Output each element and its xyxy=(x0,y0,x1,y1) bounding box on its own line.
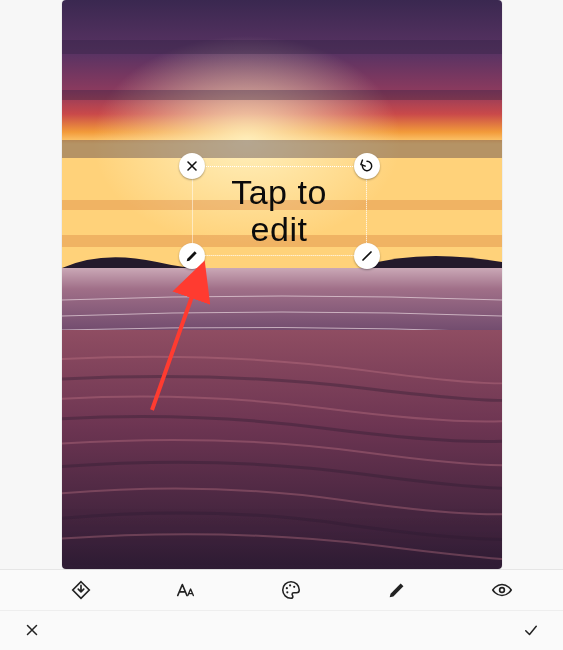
confirm-toolbar xyxy=(0,610,563,650)
font-size-button[interactable] xyxy=(164,574,208,606)
svg-point-11 xyxy=(289,584,291,586)
edit-text-button[interactable] xyxy=(375,574,419,606)
text-overlay[interactable]: Tap to edit xyxy=(192,166,367,256)
pencil-icon xyxy=(386,579,408,601)
svg-point-12 xyxy=(294,586,296,588)
fill-download-icon xyxy=(70,579,92,601)
confirm-button[interactable] xyxy=(509,614,553,646)
eye-icon xyxy=(491,579,513,601)
close-icon xyxy=(184,158,200,174)
svg-rect-4 xyxy=(62,140,502,158)
palette-icon xyxy=(280,579,302,601)
pencil-icon xyxy=(184,248,200,264)
overlay-resize-handle[interactable] xyxy=(354,243,380,269)
rotate-icon xyxy=(359,158,375,174)
fill-style-button[interactable] xyxy=(59,574,103,606)
cancel-button[interactable] xyxy=(10,614,54,646)
svg-point-14 xyxy=(500,588,505,593)
photo-canvas[interactable]: Tap to edit xyxy=(62,0,502,569)
text-overlay-content[interactable]: Tap to edit xyxy=(192,166,367,256)
svg-point-10 xyxy=(286,587,288,589)
visibility-button[interactable] xyxy=(480,574,524,606)
close-icon xyxy=(23,621,41,639)
svg-rect-8 xyxy=(62,330,502,569)
svg-rect-3 xyxy=(62,90,502,100)
svg-rect-2 xyxy=(62,40,502,54)
overlay-close-handle[interactable] xyxy=(179,153,205,179)
resize-icon xyxy=(359,248,375,264)
overlay-edit-handle[interactable] xyxy=(179,243,205,269)
editor-stage: Tap to edit xyxy=(0,0,563,569)
photo-text-editor: Tap to edit xyxy=(0,0,563,650)
color-palette-button[interactable] xyxy=(269,574,313,606)
text-style-toolbar xyxy=(0,569,563,610)
check-icon xyxy=(522,621,540,639)
background-photo xyxy=(62,0,502,569)
svg-point-13 xyxy=(287,591,289,593)
font-size-icon xyxy=(175,579,197,601)
overlay-rotate-handle[interactable] xyxy=(354,153,380,179)
